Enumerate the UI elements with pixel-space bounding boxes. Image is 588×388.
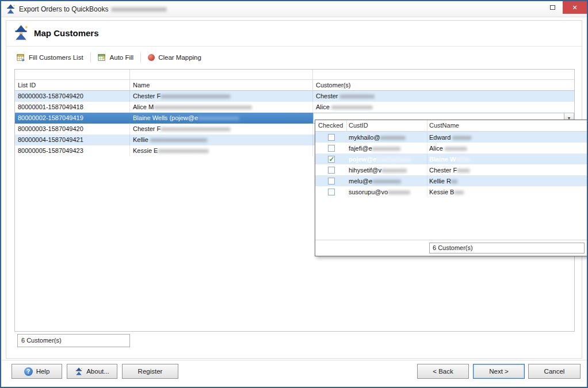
table-row[interactable]: 80000001-1587049418 Alice Mxxxxxxxxxxxxx… [15, 102, 574, 113]
fill-customers-list-button[interactable]: Fill Customers List [11, 51, 89, 65]
back-label: < Back [433, 368, 453, 375]
redacted-text: xxxxxxxxxxxxxxxx [158, 147, 208, 154]
app-window: Export Orders to QuickBooks xxxxxxxxxxxx… [0, 0, 588, 388]
redacted-text: xxxxxxxxxxxxxxxxxxxxxxxxxxxxxxx [154, 103, 252, 110]
redacted-text: xxxxxxx [445, 145, 467, 152]
title-bar: Export Orders to QuickBooks xxxxxxxxxxxx… [1, 1, 587, 17]
column-header-list-id[interactable]: List ID [15, 80, 130, 90]
app-icon [6, 4, 16, 14]
list-item[interactable]: susorupu@voxxxxxxx Kessie Bxxx [315, 186, 588, 197]
redacted-text: xxxx [457, 167, 469, 174]
cancel-button[interactable]: Cancel [528, 364, 581, 379]
dropdown-footer: 6 Customer(s) [315, 240, 588, 256]
cell-name: Kellie xxxxxxxxxxxxxxxxxx [130, 135, 313, 145]
row-checkbox[interactable] [328, 167, 335, 174]
redacted-text: xxxxxxxxxxxxxxxxxx [150, 136, 207, 143]
redacted-text: xxxxxxxxxxxxxxxxxxxxxx [161, 125, 230, 132]
fill-list-icon [17, 53, 25, 62]
auto-fill-label: Auto Fill [110, 54, 134, 61]
cell-name: Chester Fxxxxxxxxxxxxxxxxxxxxxx [130, 124, 313, 135]
toolbar-separator [90, 52, 91, 63]
auto-fill-icon [98, 53, 106, 62]
help-label: Help [36, 368, 50, 375]
cell-list-id: 80000003-1587049420 [15, 91, 130, 102]
row-checkbox[interactable] [328, 178, 335, 185]
column-header-checked[interactable]: Checked [315, 120, 347, 131]
close-icon: ✕ [572, 4, 577, 11]
register-button[interactable]: Register [122, 364, 178, 379]
cell-customers: Chester xxxxxxxxxxx [313, 91, 574, 102]
about-button[interactable]: About... [67, 364, 117, 379]
row-checkbox[interactable] [328, 156, 335, 163]
cell-list-id: 80000005-1587049423 [15, 145, 130, 156]
about-label: About... [86, 368, 109, 375]
cell-custname: Alice xxxxxxx [427, 143, 588, 153]
redacted-text: xxxxxxxxxxxxx [198, 114, 239, 121]
auto-fill-button[interactable]: Auto Fill [92, 51, 140, 65]
close-button[interactable]: ✕ [563, 1, 587, 14]
column-header-custid[interactable]: CustID [347, 120, 427, 131]
redacted-text: xxxxxxxxxxx [340, 93, 375, 99]
redacted-text: xxx [454, 189, 464, 195]
dropdown-count-box: 6 Customer(s) [429, 243, 585, 253]
window-title-redacted: xxxxxxxxxxxxxxxx [111, 5, 166, 13]
list-item[interactable]: pojew@exxxxxxxxxx Blaine Wxxxx [315, 153, 588, 164]
cell-list-id: 80000003-1587049420 [15, 124, 130, 135]
redacted-text: xxxxxxx [388, 189, 410, 195]
table-row[interactable]: 80000003-1587049420 Chester Fxxxxxxxxxxx… [15, 91, 574, 102]
cell-list-id: 80000001-1587049418 [15, 102, 130, 113]
help-button[interactable]: ? Help [12, 364, 62, 379]
clear-mapping-button[interactable]: Clear Mapping [142, 51, 207, 64]
row-checkbox[interactable] [328, 145, 335, 152]
redacted-text: xxxxxxxxx [372, 178, 401, 185]
redacted-text: xxxx [456, 156, 469, 163]
cell-list-id: 80000004-1587049421 [15, 135, 130, 145]
column-header-name[interactable]: Name [130, 80, 313, 90]
toolbar: Fill Customers List Auto Fill Clear Mapp… [6, 47, 582, 68]
next-button[interactable]: Next > [473, 364, 525, 379]
list-item[interactable]: fajefi@exxxxxxxxx Alice xxxxxxx [315, 143, 588, 153]
cell-custname: Kellie Rxx [427, 176, 588, 186]
row-checkbox[interactable] [328, 134, 335, 141]
dropdown-rows: mykhailo@xxxxxxxx Edward xxxxxx fajefi@e… [315, 132, 588, 197]
grid-header-row: List ID Name Customer(s) [15, 80, 574, 91]
redacted-text: xxxxxxxxxx [376, 156, 411, 163]
clear-mapping-icon [148, 54, 155, 61]
cell-name: Kessie Exxxxxxxxxxxxxxxx [130, 145, 313, 156]
cell-custid: susorupu@voxxxxxxx [347, 187, 427, 197]
redacted-text: xxxxxxxxxxxxxxxxxxxxxx [161, 93, 230, 99]
cell-customers: Alice xxxxxxxxxxxxx [313, 102, 574, 113]
maximize-button[interactable] [542, 1, 563, 14]
window-title: Export Orders to QuickBooks [19, 5, 108, 13]
wizard-icon [13, 25, 29, 40]
about-icon [75, 367, 83, 375]
row-checkbox[interactable] [328, 189, 335, 195]
redacted-text: xxxxxxxxx [372, 145, 401, 152]
cell-custname: Blaine Wxxxx [427, 154, 588, 164]
cancel-label: Cancel [544, 368, 565, 375]
cell-custid: hihysetif@vxxxxxxxx [347, 165, 427, 175]
cell-custname: Kessie Bxxx [427, 187, 588, 197]
column-header-customers[interactable]: Customer(s) [313, 80, 574, 90]
back-button[interactable]: < Back [417, 364, 469, 379]
column-header-custname[interactable]: CustName [427, 120, 588, 131]
redacted-text: xx [451, 178, 457, 185]
list-item[interactable]: hihysetif@vxxxxxxxx Chester Fxxxx [315, 164, 588, 175]
help-icon: ? [24, 367, 33, 376]
cell-custid: melu@exxxxxxxxx [347, 176, 427, 186]
redacted-text: xxxxxxxx [381, 167, 407, 174]
grid-band-row [15, 70, 574, 80]
cell-name: Chester Fxxxxxxxxxxxxxxxxxxxxxx [130, 91, 313, 102]
list-item[interactable]: melu@exxxxxxxxx Kellie Rxx [315, 175, 588, 186]
next-label: Next > [489, 368, 509, 375]
list-item[interactable]: mykhailo@xxxxxxxx Edward xxxxxx [315, 132, 588, 143]
dropdown-header-row: Checked CustID CustName [315, 120, 588, 132]
fill-customers-list-label: Fill Customers List [29, 54, 83, 61]
cell-name: Blaine Wells (pojew@exxxxxxxxxxxxx [130, 113, 313, 124]
clear-mapping-label: Clear Mapping [158, 54, 201, 61]
cell-name: Alice Mxxxxxxxxxxxxxxxxxxxxxxxxxxxxxxx [130, 102, 313, 113]
register-label: Register [138, 368, 163, 375]
customers-count-box: 6 Customer(s) [17, 334, 130, 347]
cell-custname: Edward xxxxxx [427, 132, 588, 143]
redacted-text: xxxxxx [452, 134, 471, 141]
